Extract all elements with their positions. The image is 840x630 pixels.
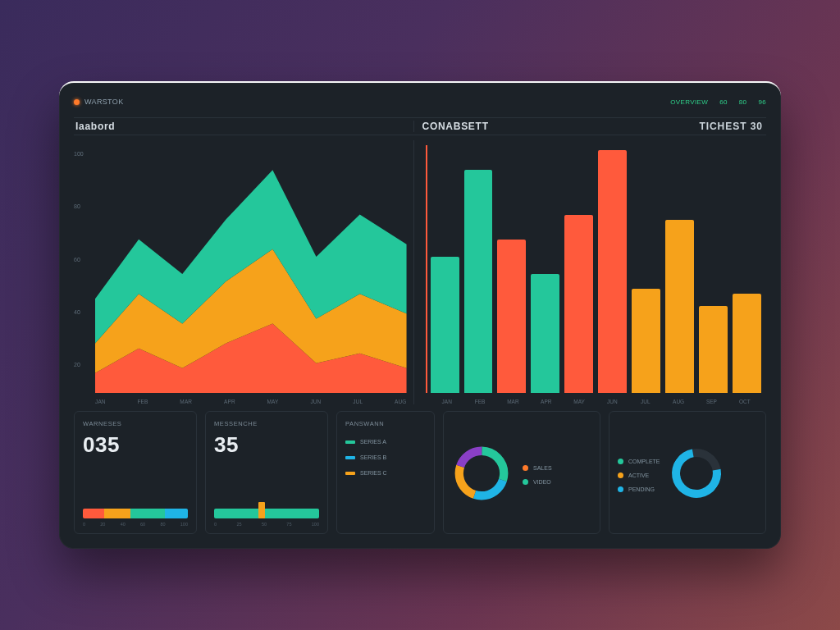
legend-dot-icon [618,472,623,478]
y-tick: 40 [74,309,80,315]
donut-chart-icon [452,444,511,503]
top-nav-item[interactable]: 80 [739,98,747,106]
area-x-labels: JAN FEB MAR APR MAY JUN JUL AUG [95,399,407,404]
card-label: PANSWANN [345,420,426,427]
tick: 100 [312,522,319,527]
spark-band: 0 25 50 75 100 [214,502,319,527]
bar-zone [431,145,761,393]
legend-item: SERIES A [345,439,426,445]
legend-swatch-icon [345,456,355,459]
legend-item: COMPLETE [618,459,660,464]
x-label: MAR [496,399,529,404]
top-nav-item[interactable]: OVERVIEW [670,98,708,106]
x-label: MAY [563,399,596,404]
tick: 75 [286,522,291,527]
bar [564,215,593,393]
x-label: JAN [431,399,463,404]
x-label: APR [224,399,235,404]
x-label: JUN [310,399,321,404]
bar [431,257,459,393]
brand: WARSTOK [74,98,124,106]
card-label: MESSENCHE [214,420,319,427]
card-label: WARNESES [83,420,188,427]
x-label: JUL [353,399,363,404]
donut-card[interactable]: SALES VIDEO [443,411,600,534]
x-label: FEB [137,399,148,404]
x-label: AUG [662,399,695,404]
tick: 20 [100,522,105,527]
legend-dot-icon [523,465,528,471]
legend-dot-icon [618,486,623,492]
bar-x-labels: JANFEBMARAPRMAYJUNJULAUGSEPOCT [431,399,761,404]
x-label: MAR [180,399,192,404]
area-chart-title: Iaabord [75,121,115,132]
bar [632,289,660,393]
legend-item: SALES [523,465,552,471]
legend-swatch-icon [345,441,355,444]
brand-label: WARSTOK [84,98,124,106]
legend-label: VIDEO [533,479,551,485]
ring-card[interactable]: COMPLETE ACTIVE PENDING [609,411,766,534]
top-nav-item[interactable]: 60 [719,98,728,106]
x-label: MAY [267,399,279,404]
bar-chart-value: TICHEST 30 [699,121,763,132]
x-label: JAN [95,399,106,404]
tick: 0 [214,522,217,527]
tick: 60 [140,522,145,527]
legend-dot-icon [618,459,623,464]
x-label: FEB [463,399,496,404]
bar-chart-title: CONABSETT [422,121,489,132]
legend-item: SERIES C [345,470,426,476]
x-label: SEP [695,399,728,404]
legend-label: SERIES C [360,470,387,476]
bar [598,150,627,393]
legend-label: COMPLETE [628,459,660,464]
marker-icon [258,502,265,518]
legend-label: ACTIVE [628,472,649,478]
bar-axis-line-icon [426,145,427,393]
tick: 80 [160,522,165,527]
progress-ring-icon [662,439,731,508]
bar [464,170,493,393]
bottom-cards-row: WARNESES 035 0 20 40 60 80 100 MESSENCHE… [74,411,766,534]
stat-card-b[interactable]: MESSENCHE 35 0 25 50 75 100 [205,411,328,534]
y-tick: 100 [74,151,84,157]
tick: 50 [262,522,267,527]
y-tick: 80 [74,203,80,209]
x-label: JUN [596,399,628,404]
legend-label: PENDING [628,486,655,492]
tick: 100 [180,522,188,527]
x-label: OCT [728,399,761,404]
legend-item: PENDING [618,486,660,492]
legend-label: SALES [533,465,552,471]
legend-list-card[interactable]: PANSWANN SERIES A SERIES B SERIES C [336,411,435,534]
main-charts-row: 100 80 60 40 20 JAN FEB MAR APR MAY JUN … [74,140,766,404]
bar [497,240,526,393]
bar [733,294,761,393]
top-nav: OVERVIEW 60 80 96 [670,98,766,106]
tick: 40 [121,522,126,527]
top-nav-item[interactable]: 96 [758,98,766,106]
panel-header-row: Iaabord CONABSETT TICHEST 30 [74,117,766,135]
card-value: 035 [83,432,188,458]
area-chart-panel[interactable]: 100 80 60 40 20 JAN FEB MAR APR MAY JUN … [74,140,413,404]
bar-chart-panel[interactable]: JANFEBMARAPRMAYJUNJULAUGSEPOCT [413,140,766,404]
legend-label: SERIES A [360,439,386,445]
dashboard-window: WARSTOK OVERVIEW 60 80 96 Iaabord CONABS… [59,81,781,549]
bar [665,220,694,393]
legend-item: ACTIVE [618,472,660,478]
legend-label: SERIES B [360,454,386,460]
card-value: 35 [214,432,319,458]
legend-swatch-icon [345,472,355,475]
x-label: APR [530,399,563,404]
stat-card-a[interactable]: WARNESES 035 0 20 40 60 80 100 [74,411,197,534]
brand-dot-icon [74,99,80,105]
tick: 0 [83,522,85,527]
spark-band: 0 20 40 60 80 100 [83,502,188,527]
x-label: JUL [629,399,662,404]
y-tick: 60 [74,257,80,262]
legend-item: VIDEO [523,479,552,485]
top-strip: WARSTOK OVERVIEW 60 80 96 [74,94,766,109]
bar [531,274,559,393]
legend-item: SERIES B [345,454,426,460]
